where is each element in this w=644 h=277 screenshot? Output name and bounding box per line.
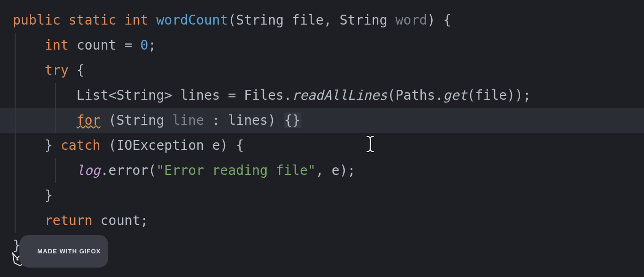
type-string: String xyxy=(339,12,395,28)
keyword-return: return xyxy=(44,213,92,228)
method-name: wordCount xyxy=(156,12,228,28)
param-word: word xyxy=(395,12,427,28)
space xyxy=(69,37,77,53)
paren: (Paths. xyxy=(387,87,443,103)
call-error: .error( xyxy=(100,163,156,178)
indent xyxy=(13,163,77,178)
keyword-int: int xyxy=(124,12,148,28)
indent xyxy=(13,213,44,228)
args: (file)); xyxy=(467,87,531,103)
code-line[interactable]: return count; xyxy=(0,208,644,233)
code-line[interactable]: try { xyxy=(0,58,644,83)
code-line[interactable]: int count = 0; xyxy=(0,33,644,58)
ident-log: log xyxy=(77,163,101,178)
type-string: String xyxy=(236,12,292,28)
comma: , xyxy=(324,12,340,28)
brace-close: } xyxy=(13,188,52,203)
code-line[interactable]: List<String> lines = Files.readAllLines(… xyxy=(0,83,644,108)
indent xyxy=(13,113,77,128)
paren-open: ( xyxy=(228,12,236,28)
indent xyxy=(13,62,44,78)
indent xyxy=(13,87,77,103)
string-literal: "Error reading file" xyxy=(156,163,315,178)
badge-text: MADE WITH GIFOX xyxy=(37,239,101,264)
code-line[interactable]: } catch (IOException e) { xyxy=(0,133,644,158)
code-line[interactable]: log.error("Error reading file", e); xyxy=(0,158,644,183)
svg-point-0 xyxy=(17,259,18,260)
method-readalllines: readAllLines xyxy=(292,87,387,103)
keyword-static: static xyxy=(69,12,116,28)
param-file: file xyxy=(292,12,323,28)
rest: , e); xyxy=(316,163,356,178)
keyword-int: int xyxy=(44,37,69,53)
rest: : lines) xyxy=(204,113,284,128)
brace-open: { xyxy=(69,62,85,78)
code-editor[interactable]: public static int wordCount(String file,… xyxy=(0,0,644,277)
var-line: line xyxy=(172,113,204,128)
semicolon: ; xyxy=(148,37,157,53)
var-count: count = xyxy=(77,37,140,53)
empty-braces: {} xyxy=(284,113,301,128)
keyword-try: try xyxy=(44,62,69,78)
keyword-public: public xyxy=(13,12,61,28)
type-list: List<String> xyxy=(77,87,180,103)
indent xyxy=(13,37,44,53)
catch-args: (IOException e) { xyxy=(100,138,244,153)
paren-close: ) { xyxy=(427,12,452,28)
keyword-catch: catch xyxy=(61,138,100,153)
method-get: get xyxy=(443,87,467,103)
gifox-badge[interactable]: MADE WITH GIFOX xyxy=(19,235,108,268)
code-line[interactable]: } xyxy=(0,183,644,208)
code-line[interactable]: public static int wordCount(String file,… xyxy=(0,8,644,33)
var-lines: lines = Files. xyxy=(180,87,292,103)
literal-zero: 0 xyxy=(140,37,148,53)
code-line-active[interactable]: for (String line : lines) {} xyxy=(0,108,644,133)
keyword-for: for xyxy=(77,113,101,128)
return-expr: count; xyxy=(93,213,148,228)
indent: } xyxy=(13,138,61,153)
paren: (String xyxy=(100,113,172,128)
